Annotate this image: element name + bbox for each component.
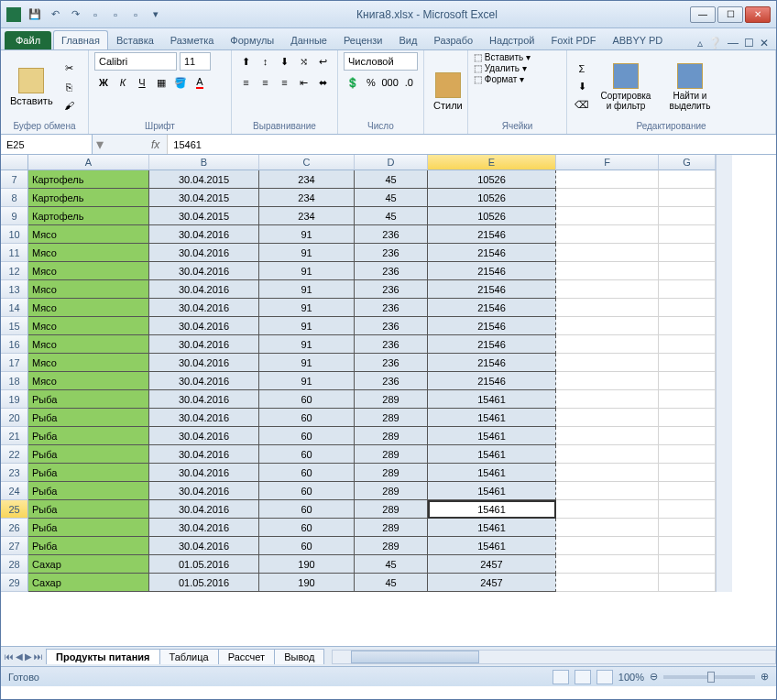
row-header-9[interactable]: 9 xyxy=(1,207,28,225)
file-tab[interactable]: Файл xyxy=(5,31,51,49)
cell-F27[interactable] xyxy=(556,537,659,555)
ribbon-tab-надстрой[interactable]: Надстрой xyxy=(481,30,542,49)
name-box[interactable]: E25 xyxy=(1,135,93,154)
tab-nav-prev-icon[interactable]: ◀ xyxy=(16,651,23,662)
formula-bar[interactable]: 15461 xyxy=(167,135,776,154)
cell-A12[interactable]: Мясо xyxy=(28,262,149,280)
cell-D28[interactable]: 45 xyxy=(355,555,428,574)
align-bottom-icon[interactable]: ⬇ xyxy=(276,52,294,71)
clear-icon[interactable]: ⌫ xyxy=(573,97,591,114)
cell-D8[interactable]: 45 xyxy=(355,189,428,207)
cell-A15[interactable]: Мясо xyxy=(28,317,149,335)
ribbon-tab-рецензи[interactable]: Рецензи xyxy=(335,30,391,49)
orientation-icon[interactable]: ⤭ xyxy=(295,52,313,71)
cell-C24[interactable]: 60 xyxy=(259,482,355,500)
cell-B25[interactable]: 30.04.2016 xyxy=(149,500,259,519)
vertical-scrollbar[interactable] xyxy=(716,170,732,189)
cell-A11[interactable]: Мясо xyxy=(28,244,149,262)
percent-icon[interactable]: % xyxy=(362,73,379,92)
row-header-29[interactable]: 29 xyxy=(1,574,28,592)
cell-C11[interactable]: 91 xyxy=(259,244,355,262)
font-size-combo[interactable]: 11 xyxy=(180,52,211,71)
cell-E22[interactable]: 15461 xyxy=(428,445,556,464)
doc-minimize-icon[interactable]: — xyxy=(728,37,739,49)
font-color-button[interactable]: А xyxy=(191,73,209,92)
row-header-8[interactable]: 8 xyxy=(1,189,28,207)
cell-D14[interactable]: 236 xyxy=(355,299,428,317)
fill-icon[interactable]: ⬇ xyxy=(573,79,591,95)
cell-B14[interactable]: 30.04.2016 xyxy=(149,299,259,317)
sort-filter-button[interactable]: Сортировка и фильтр xyxy=(595,61,657,113)
cell-G29[interactable] xyxy=(659,574,716,592)
cell-D26[interactable]: 289 xyxy=(355,519,428,537)
doc-restore-icon[interactable]: ☐ xyxy=(744,37,754,49)
align-left-icon[interactable]: ≡ xyxy=(237,73,256,92)
italic-button[interactable]: К xyxy=(114,73,132,92)
cell-A9[interactable]: Картофель xyxy=(28,207,149,225)
cell-C28[interactable]: 190 xyxy=(259,555,355,574)
tab-nav-next-icon[interactable]: ▶ xyxy=(25,651,32,662)
vertical-scrollbar[interactable] xyxy=(716,225,732,244)
ribbon-tab-foxit pdf[interactable]: Foxit PDF xyxy=(543,30,605,49)
cell-G11[interactable] xyxy=(659,244,716,262)
font-name-combo[interactable]: Calibri xyxy=(94,52,177,71)
row-header-23[interactable]: 23 xyxy=(1,464,28,482)
cell-A27[interactable]: Рыба xyxy=(28,537,149,555)
cell-B15[interactable]: 30.04.2016 xyxy=(149,317,259,335)
zoom-slider[interactable] xyxy=(663,675,755,679)
cell-E28[interactable]: 2457 xyxy=(428,555,556,574)
styles-button[interactable]: Стили xyxy=(430,71,466,113)
sheet-tab[interactable]: Рассчет xyxy=(218,649,276,664)
cell-E11[interactable]: 21546 xyxy=(428,244,556,262)
vertical-scrollbar[interactable] xyxy=(716,155,732,170)
maximize-button[interactable]: ☐ xyxy=(717,6,743,23)
merge-icon[interactable]: ⬌ xyxy=(314,73,333,92)
cell-A8[interactable]: Картофель xyxy=(28,189,149,207)
cell-F10[interactable] xyxy=(556,225,659,244)
scrollbar-thumb[interactable] xyxy=(351,651,479,663)
cell-E23[interactable]: 15461 xyxy=(428,464,556,482)
row-header-10[interactable]: 10 xyxy=(1,225,28,244)
cell-E13[interactable]: 21546 xyxy=(428,280,556,299)
comma-icon[interactable]: 000 xyxy=(381,73,399,92)
cell-F23[interactable] xyxy=(556,464,659,482)
cell-E18[interactable]: 21546 xyxy=(428,372,556,390)
row-header-26[interactable]: 26 xyxy=(1,519,28,537)
cell-B21[interactable]: 30.04.2016 xyxy=(149,427,259,445)
wrap-text-icon[interactable]: ↩ xyxy=(314,52,333,71)
cell-C20[interactable]: 60 xyxy=(259,409,355,427)
qat-icon[interactable]: ▫ xyxy=(107,6,124,23)
cell-C9[interactable]: 234 xyxy=(259,207,355,225)
cell-D21[interactable]: 289 xyxy=(355,427,428,445)
sheet-tab[interactable]: Таблица xyxy=(159,649,219,664)
fx-icon[interactable]: fx xyxy=(144,138,167,151)
column-header-B[interactable]: B xyxy=(149,155,259,170)
cell-A25[interactable]: Рыба xyxy=(28,500,149,519)
border-button[interactable]: ▦ xyxy=(152,73,170,92)
cell-C7[interactable]: 234 xyxy=(259,170,355,189)
vertical-scrollbar[interactable] xyxy=(716,317,732,335)
cell-F9[interactable] xyxy=(556,207,659,225)
cell-F26[interactable] xyxy=(556,519,659,537)
delete-cells-button[interactable]: ⬚ Удалить ▾ xyxy=(474,63,561,73)
cell-A26[interactable]: Рыба xyxy=(28,519,149,537)
cell-F22[interactable] xyxy=(556,445,659,464)
cell-B28[interactable]: 01.05.2016 xyxy=(149,555,259,574)
vertical-scrollbar[interactable] xyxy=(716,427,732,445)
ribbon-tab-данные[interactable]: Данные xyxy=(282,30,335,49)
row-header-7[interactable]: 7 xyxy=(1,170,28,189)
undo-icon[interactable]: ↶ xyxy=(47,6,63,23)
vertical-scrollbar[interactable] xyxy=(716,299,732,317)
cell-G27[interactable] xyxy=(659,537,716,555)
vertical-scrollbar[interactable] xyxy=(716,335,732,354)
cell-F21[interactable] xyxy=(556,427,659,445)
sheet-tab[interactable]: Продукты питания xyxy=(46,649,160,664)
zoom-thumb[interactable] xyxy=(707,672,715,683)
cell-F8[interactable] xyxy=(556,189,659,207)
cell-G10[interactable] xyxy=(659,225,716,244)
cell-G13[interactable] xyxy=(659,280,716,299)
cell-F18[interactable] xyxy=(556,372,659,390)
cell-D29[interactable]: 45 xyxy=(355,574,428,592)
zoom-level[interactable]: 100% xyxy=(618,672,644,683)
bold-button[interactable]: Ж xyxy=(94,73,113,92)
